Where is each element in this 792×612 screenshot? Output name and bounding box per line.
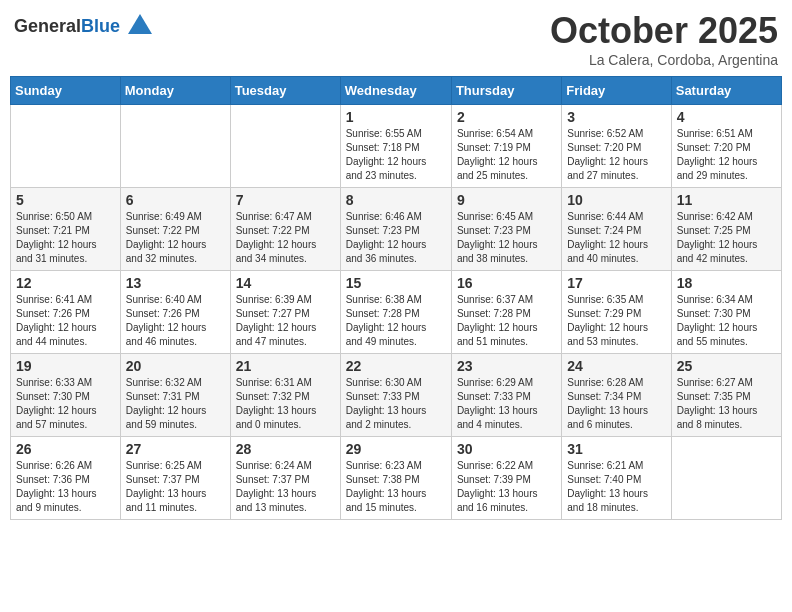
day-number: 11 (677, 192, 776, 208)
page-header: GeneralBlue October 2025 La Calera, Cord… (10, 10, 782, 68)
calendar-cell: 17Sunrise: 6:35 AMSunset: 7:29 PMDayligh… (562, 271, 671, 354)
day-info: Sunrise: 6:40 AMSunset: 7:26 PMDaylight:… (126, 293, 225, 349)
calendar-cell: 19Sunrise: 6:33 AMSunset: 7:30 PMDayligh… (11, 354, 121, 437)
day-info: Sunrise: 6:51 AMSunset: 7:20 PMDaylight:… (677, 127, 776, 183)
calendar-cell: 13Sunrise: 6:40 AMSunset: 7:26 PMDayligh… (120, 271, 230, 354)
svg-marker-0 (128, 14, 152, 34)
calendar-cell (120, 105, 230, 188)
location-subtitle: La Calera, Cordoba, Argentina (550, 52, 778, 68)
day-info: Sunrise: 6:27 AMSunset: 7:35 PMDaylight:… (677, 376, 776, 432)
day-info: Sunrise: 6:24 AMSunset: 7:37 PMDaylight:… (236, 459, 335, 515)
calendar-cell: 6Sunrise: 6:49 AMSunset: 7:22 PMDaylight… (120, 188, 230, 271)
day-number: 31 (567, 441, 665, 457)
day-info: Sunrise: 6:29 AMSunset: 7:33 PMDaylight:… (457, 376, 556, 432)
calendar-cell: 21Sunrise: 6:31 AMSunset: 7:32 PMDayligh… (230, 354, 340, 437)
day-number: 28 (236, 441, 335, 457)
calendar-cell: 30Sunrise: 6:22 AMSunset: 7:39 PMDayligh… (451, 437, 561, 520)
month-title: October 2025 (550, 10, 778, 52)
calendar-cell: 4Sunrise: 6:51 AMSunset: 7:20 PMDaylight… (671, 105, 781, 188)
day-info: Sunrise: 6:46 AMSunset: 7:23 PMDaylight:… (346, 210, 446, 266)
day-info: Sunrise: 6:33 AMSunset: 7:30 PMDaylight:… (16, 376, 115, 432)
day-number: 15 (346, 275, 446, 291)
day-info: Sunrise: 6:38 AMSunset: 7:28 PMDaylight:… (346, 293, 446, 349)
calendar-cell: 3Sunrise: 6:52 AMSunset: 7:20 PMDaylight… (562, 105, 671, 188)
calendar-week-row: 5Sunrise: 6:50 AMSunset: 7:21 PMDaylight… (11, 188, 782, 271)
day-number: 17 (567, 275, 665, 291)
day-number: 2 (457, 109, 556, 125)
day-number: 20 (126, 358, 225, 374)
logo-general: GeneralBlue (14, 16, 120, 37)
day-number: 22 (346, 358, 446, 374)
calendar-cell: 31Sunrise: 6:21 AMSunset: 7:40 PMDayligh… (562, 437, 671, 520)
calendar-cell: 11Sunrise: 6:42 AMSunset: 7:25 PMDayligh… (671, 188, 781, 271)
calendar-cell: 5Sunrise: 6:50 AMSunset: 7:21 PMDaylight… (11, 188, 121, 271)
calendar-cell: 7Sunrise: 6:47 AMSunset: 7:22 PMDaylight… (230, 188, 340, 271)
day-info: Sunrise: 6:52 AMSunset: 7:20 PMDaylight:… (567, 127, 665, 183)
day-number: 10 (567, 192, 665, 208)
day-number: 8 (346, 192, 446, 208)
calendar-cell: 18Sunrise: 6:34 AMSunset: 7:30 PMDayligh… (671, 271, 781, 354)
calendar-cell (11, 105, 121, 188)
calendar-cell: 8Sunrise: 6:46 AMSunset: 7:23 PMDaylight… (340, 188, 451, 271)
day-number: 16 (457, 275, 556, 291)
calendar-cell: 1Sunrise: 6:55 AMSunset: 7:18 PMDaylight… (340, 105, 451, 188)
day-header-friday: Friday (562, 77, 671, 105)
day-info: Sunrise: 6:54 AMSunset: 7:19 PMDaylight:… (457, 127, 556, 183)
title-block: October 2025 La Calera, Cordoba, Argenti… (550, 10, 778, 68)
calendar-cell: 14Sunrise: 6:39 AMSunset: 7:27 PMDayligh… (230, 271, 340, 354)
day-info: Sunrise: 6:35 AMSunset: 7:29 PMDaylight:… (567, 293, 665, 349)
calendar-table: SundayMondayTuesdayWednesdayThursdayFrid… (10, 76, 782, 520)
calendar-cell: 10Sunrise: 6:44 AMSunset: 7:24 PMDayligh… (562, 188, 671, 271)
calendar-cell: 23Sunrise: 6:29 AMSunset: 7:33 PMDayligh… (451, 354, 561, 437)
day-number: 30 (457, 441, 556, 457)
day-number: 14 (236, 275, 335, 291)
day-info: Sunrise: 6:34 AMSunset: 7:30 PMDaylight:… (677, 293, 776, 349)
day-header-saturday: Saturday (671, 77, 781, 105)
calendar-cell: 25Sunrise: 6:27 AMSunset: 7:35 PMDayligh… (671, 354, 781, 437)
day-number: 23 (457, 358, 556, 374)
calendar-cell: 12Sunrise: 6:41 AMSunset: 7:26 PMDayligh… (11, 271, 121, 354)
day-number: 1 (346, 109, 446, 125)
day-number: 24 (567, 358, 665, 374)
day-number: 21 (236, 358, 335, 374)
day-info: Sunrise: 6:25 AMSunset: 7:37 PMDaylight:… (126, 459, 225, 515)
day-info: Sunrise: 6:31 AMSunset: 7:32 PMDaylight:… (236, 376, 335, 432)
day-info: Sunrise: 6:44 AMSunset: 7:24 PMDaylight:… (567, 210, 665, 266)
day-info: Sunrise: 6:21 AMSunset: 7:40 PMDaylight:… (567, 459, 665, 515)
calendar-cell: 20Sunrise: 6:32 AMSunset: 7:31 PMDayligh… (120, 354, 230, 437)
day-number: 5 (16, 192, 115, 208)
day-info: Sunrise: 6:22 AMSunset: 7:39 PMDaylight:… (457, 459, 556, 515)
calendar-cell: 27Sunrise: 6:25 AMSunset: 7:37 PMDayligh… (120, 437, 230, 520)
calendar-cell: 15Sunrise: 6:38 AMSunset: 7:28 PMDayligh… (340, 271, 451, 354)
calendar-cell: 29Sunrise: 6:23 AMSunset: 7:38 PMDayligh… (340, 437, 451, 520)
calendar-cell: 2Sunrise: 6:54 AMSunset: 7:19 PMDaylight… (451, 105, 561, 188)
calendar-header-row: SundayMondayTuesdayWednesdayThursdayFrid… (11, 77, 782, 105)
day-info: Sunrise: 6:39 AMSunset: 7:27 PMDaylight:… (236, 293, 335, 349)
calendar-cell (230, 105, 340, 188)
day-number: 13 (126, 275, 225, 291)
day-number: 25 (677, 358, 776, 374)
calendar-cell: 16Sunrise: 6:37 AMSunset: 7:28 PMDayligh… (451, 271, 561, 354)
day-info: Sunrise: 6:23 AMSunset: 7:38 PMDaylight:… (346, 459, 446, 515)
day-number: 26 (16, 441, 115, 457)
day-header-sunday: Sunday (11, 77, 121, 105)
day-number: 19 (16, 358, 115, 374)
day-number: 27 (126, 441, 225, 457)
day-info: Sunrise: 6:47 AMSunset: 7:22 PMDaylight:… (236, 210, 335, 266)
calendar-cell: 9Sunrise: 6:45 AMSunset: 7:23 PMDaylight… (451, 188, 561, 271)
logo: GeneralBlue (14, 10, 156, 42)
day-number: 12 (16, 275, 115, 291)
calendar-cell: 28Sunrise: 6:24 AMSunset: 7:37 PMDayligh… (230, 437, 340, 520)
day-number: 3 (567, 109, 665, 125)
calendar-week-row: 26Sunrise: 6:26 AMSunset: 7:36 PMDayligh… (11, 437, 782, 520)
day-header-wednesday: Wednesday (340, 77, 451, 105)
day-header-thursday: Thursday (451, 77, 561, 105)
day-info: Sunrise: 6:45 AMSunset: 7:23 PMDaylight:… (457, 210, 556, 266)
calendar-week-row: 1Sunrise: 6:55 AMSunset: 7:18 PMDaylight… (11, 105, 782, 188)
calendar-cell: 22Sunrise: 6:30 AMSunset: 7:33 PMDayligh… (340, 354, 451, 437)
calendar-week-row: 12Sunrise: 6:41 AMSunset: 7:26 PMDayligh… (11, 271, 782, 354)
day-info: Sunrise: 6:28 AMSunset: 7:34 PMDaylight:… (567, 376, 665, 432)
calendar-cell: 26Sunrise: 6:26 AMSunset: 7:36 PMDayligh… (11, 437, 121, 520)
day-info: Sunrise: 6:41 AMSunset: 7:26 PMDaylight:… (16, 293, 115, 349)
day-number: 4 (677, 109, 776, 125)
